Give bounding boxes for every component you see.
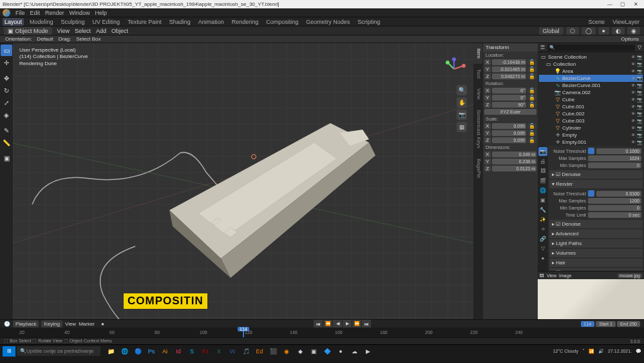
visibility-toggle[interactable]: 👁 xyxy=(631,124,636,132)
shading-solid[interactable]: ● xyxy=(598,27,609,35)
max-samples-input[interactable]: 1200 xyxy=(588,198,641,204)
menu-window[interactable]: Window xyxy=(70,10,90,16)
outliner-item[interactable]: ▽Cube👁📷 xyxy=(539,96,643,103)
task-app-id[interactable]: Id xyxy=(172,346,185,357)
blender-logo-icon[interactable] xyxy=(3,9,10,17)
workspace-geonodes[interactable]: Geometry Nodes xyxy=(304,18,352,26)
visibility-toggle[interactable]: 👁 xyxy=(631,132,636,139)
menu-object[interactable]: Object xyxy=(111,28,128,34)
ntab-bagapie[interactable]: BagaPie xyxy=(473,153,482,183)
start-button[interactable]: ⊞ xyxy=(3,346,15,357)
volumes-section[interactable]: ▸ Volumes xyxy=(549,249,643,257)
image-name-field[interactable]: mouse.jpg xyxy=(618,273,642,278)
workspace-scripting[interactable]: Scripting xyxy=(355,18,382,26)
tray-date[interactable]: 27.12.2021. xyxy=(608,349,632,353)
workspace-texture[interactable]: Texture Paint xyxy=(126,18,164,26)
tray-chevron-icon[interactable]: ˄ xyxy=(582,349,585,354)
ptab-output[interactable]: 🖨 xyxy=(538,157,547,166)
task-app-explorer[interactable]: 📁 xyxy=(104,346,117,357)
loc-x-input[interactable]: -0.16438 m xyxy=(492,59,526,65)
taskbar-search[interactable]: 🔍 Upišite ovdje za pretraživanje xyxy=(17,346,100,356)
render-toggle[interactable]: 📷 xyxy=(637,117,643,124)
scl-z-input[interactable]: 0.095 xyxy=(492,137,526,143)
end-frame-input[interactable]: End 250 xyxy=(617,321,640,327)
ptab-world[interactable]: 🌐 xyxy=(538,186,547,195)
visibility-toggle[interactable]: 👁 xyxy=(631,89,636,96)
image-preview[interactable] xyxy=(538,279,644,319)
viewport-min-input[interactable]: 0 xyxy=(588,162,641,168)
outliner-item[interactable]: ✛Empty👁📷 xyxy=(539,132,643,139)
timeline-view-menu[interactable]: View xyxy=(65,321,76,327)
min-samples-input[interactable]: 0 xyxy=(588,205,641,211)
task-app-unknown1[interactable]: ◆ xyxy=(294,346,307,357)
visibility-toggle[interactable]: 👁 xyxy=(631,68,636,75)
ptab-constraints[interactable]: 🔗 xyxy=(538,234,547,243)
render-toggle[interactable]: 📷 xyxy=(637,103,643,110)
pan-button[interactable]: ✋ xyxy=(457,97,467,108)
visibility-toggle[interactable]: 👁 xyxy=(631,82,636,89)
advanced-section[interactable]: ▸ Advanced xyxy=(549,230,643,238)
workspace-modeling[interactable]: Modeling xyxy=(28,18,55,26)
tray-wifi-icon[interactable]: 📶 xyxy=(589,349,594,354)
outliner-item[interactable]: ▭Scene Collection👁📷 xyxy=(539,54,643,61)
task-app-ai[interactable]: Ai xyxy=(158,346,171,357)
task-app-remote[interactable]: 🔷 xyxy=(321,346,334,357)
opt-drag-value[interactable]: Select Box xyxy=(76,36,100,42)
ptab-modifiers[interactable]: 🔧 xyxy=(538,205,547,214)
rot-y-input[interactable]: 0° xyxy=(492,95,526,101)
lock-icon[interactable]: 🔓 xyxy=(527,74,536,79)
ptab-physics[interactable]: ⚛ xyxy=(538,224,547,233)
viewlayer-selector[interactable]: ViewLayer xyxy=(611,18,641,26)
scl-x-input[interactable]: 0.095 xyxy=(492,123,526,129)
viewport-noise-input[interactable]: 0.1000 xyxy=(596,148,641,154)
autokey-toggle[interactable]: ● xyxy=(101,321,104,327)
workspace-shading[interactable]: Shading xyxy=(167,18,193,26)
perspective-toggle[interactable]: ▦ xyxy=(457,122,467,132)
tool-scale[interactable]: ⤢ xyxy=(1,97,12,108)
timeline-icon[interactable]: 🕐 xyxy=(4,321,10,327)
orientation-dropdown[interactable]: Global xyxy=(539,27,564,35)
ntab-tool[interactable]: Tool xyxy=(473,64,482,84)
visibility-toggle[interactable]: 👁 xyxy=(631,110,636,117)
light-paths-section[interactable]: ▸ Light Paths xyxy=(549,239,643,248)
task-app-unknown2[interactable]: ▣ xyxy=(307,346,320,357)
outliner-search[interactable]: 🔍 xyxy=(547,44,635,51)
tool-transform[interactable]: ◈ xyxy=(1,109,12,121)
current-frame-input[interactable]: 114 xyxy=(581,321,595,327)
workspace-compositing[interactable]: Compositing xyxy=(264,18,300,26)
timeline-playback-menu[interactable]: Playback xyxy=(13,320,39,328)
task-app-blender[interactable]: ◉ xyxy=(280,346,293,357)
ntab-screencast[interactable]: Screencast Keys xyxy=(473,104,482,153)
render-toggle[interactable]: 📷 xyxy=(637,110,643,117)
image-editor-icon[interactable]: 🖼 xyxy=(540,273,544,278)
nav-gizmo[interactable] xyxy=(441,56,467,82)
close-button[interactable]: ✕ xyxy=(630,1,641,7)
render-toggle[interactable]: 📷 xyxy=(637,132,643,139)
tray-volume-icon[interactable]: 🔊 xyxy=(598,349,604,354)
workspace-uv[interactable]: UV Editing xyxy=(91,18,122,26)
render-toggle[interactable]: 📷 xyxy=(637,124,643,132)
tray-notifications-icon[interactable]: 💬 xyxy=(636,349,641,354)
tool-rotate[interactable]: ↻ xyxy=(1,84,12,96)
keyframe-prev-button[interactable]: ⏪ xyxy=(323,320,332,328)
opt-orientation-value[interactable]: Default xyxy=(37,36,53,42)
ptab-render[interactable]: 📷 xyxy=(538,147,547,156)
outliner-item[interactable]: ✛Empty.001👁📷 xyxy=(539,139,643,146)
render-section[interactable]: ▾ Render xyxy=(549,180,643,188)
snap-toggle[interactable]: ⬡ xyxy=(566,27,579,35)
zoom-button[interactable]: 🔍 xyxy=(457,85,467,95)
render-toggle[interactable]: 📷 xyxy=(637,75,643,82)
jump-end-button[interactable]: ⏭ xyxy=(362,320,371,328)
task-app-fz[interactable]: Fz xyxy=(199,346,212,357)
task-app-cloud[interactable]: ☁ xyxy=(348,346,361,357)
lock-icon[interactable]: 🔓 xyxy=(527,102,536,108)
ntab-view[interactable]: View xyxy=(473,83,482,104)
render-toggle[interactable]: 📷 xyxy=(637,82,643,89)
timeline-track[interactable]: 20406080100120140160180200220240 xyxy=(0,328,644,337)
lock-icon[interactable]: 🔓 xyxy=(527,130,536,136)
render-toggle[interactable]: 📷 xyxy=(637,96,643,103)
noise-threshold-checkbox[interactable] xyxy=(588,148,594,154)
lock-icon[interactable]: 🔓 xyxy=(527,59,536,65)
visibility-toggle[interactable]: 👁 xyxy=(631,61,636,68)
outliner-item[interactable]: ▽Cube.003👁📷 xyxy=(539,117,643,124)
